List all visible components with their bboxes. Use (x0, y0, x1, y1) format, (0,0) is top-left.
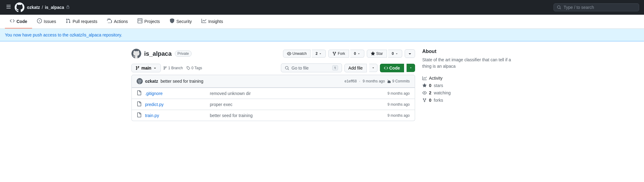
forks-icon (422, 98, 427, 102)
tab-projects[interactable]: Projects (133, 15, 165, 28)
star-count: 0 (392, 51, 394, 56)
more-options-icon (407, 51, 412, 56)
add-file-button[interactable]: Add file (344, 64, 367, 72)
actions-icon (107, 18, 112, 24)
code-clone-chevron-icon (409, 66, 412, 69)
fork-count: 0 (354, 51, 356, 56)
add-file-caret-button[interactable] (369, 64, 377, 72)
search-box[interactable]: Type / to search (554, 3, 639, 11)
tab-projects-label: Projects (144, 19, 160, 24)
code-clone-button[interactable]: Code (380, 64, 404, 72)
more-options-button[interactable] (405, 49, 415, 58)
fork-count-button[interactable]: 0 (350, 50, 364, 58)
branch-count-link[interactable]: 1 Branch (163, 66, 183, 70)
file-browser-section: is_alpaca Private Unwatch 2 Fork (131, 49, 415, 121)
tab-pull-requests[interactable]: Pull requests (61, 15, 102, 28)
file-commit-message: proper exec (210, 102, 384, 107)
table-row: predict.py proper exec 9 months ago (132, 99, 415, 110)
breadcrumb-separator: / (42, 5, 43, 10)
file-commit-message: better seed for training (210, 113, 384, 118)
stars-count: 0 (429, 83, 432, 88)
activity-icon (422, 76, 427, 80)
repo-sidebar: About State of the art image classifier … (422, 49, 513, 121)
tab-issues[interactable]: Issues (32, 15, 61, 28)
code-clone-caret-button[interactable] (407, 64, 415, 72)
sidebar-stats: Activity 0 stars 2 watching 0 forks (422, 74, 513, 104)
activity-link[interactable]: Activity (422, 74, 513, 82)
stars-icon (422, 83, 427, 88)
eye-icon (287, 51, 291, 56)
forks-label: forks (434, 98, 443, 103)
branch-selector[interactable]: main (131, 64, 161, 72)
pull-requests-icon (66, 18, 71, 24)
file-time: 9 months ago (388, 102, 410, 107)
repo-title-area: is_alpaca Private (131, 49, 192, 59)
commit-right-info: e1eff68 · 9 months ago 9 Commits (344, 79, 410, 83)
watching-count: 2 (429, 90, 432, 95)
file-icon (137, 112, 142, 118)
commit-time: · (359, 79, 360, 83)
fork-label: Fork (338, 51, 345, 56)
fork-button[interactable]: Fork (328, 50, 349, 58)
fork-chevron-icon (357, 52, 360, 55)
goto-file-button[interactable]: Go to file t (281, 63, 342, 72)
watching-link[interactable]: 2 watching (422, 89, 513, 97)
search-placeholder: Type / to search (564, 5, 594, 10)
file-commit-message: removed unknown dir (210, 91, 384, 96)
chevron-down-icon (319, 52, 322, 55)
unwatch-button[interactable]: Unwatch (283, 50, 311, 58)
breadcrumb-user-link[interactable]: ozkatz (27, 5, 40, 10)
commits-history-link[interactable]: 9 Commits (387, 79, 410, 83)
security-icon (170, 18, 175, 24)
tag-icon (186, 66, 190, 70)
tags-count: 0 Tags (191, 66, 202, 70)
repo-visibility-badge: Private (175, 51, 192, 57)
projects-icon (138, 18, 142, 24)
hamburger-menu-button[interactable] (5, 3, 12, 12)
repo-name: is_alpaca (144, 50, 172, 57)
tab-pull-requests-label: Pull requests (72, 19, 97, 24)
watch-count-button[interactable]: 2 (312, 50, 326, 58)
tab-security-label: Security (176, 19, 192, 24)
star-button[interactable]: Star (367, 50, 387, 58)
tab-insights[interactable]: Insights (197, 15, 228, 28)
latest-commit-row: ozkatz better seed for training e1eff68 … (131, 75, 415, 88)
repo-action-buttons: Unwatch 2 Fork 0 Star (283, 49, 415, 58)
commit-hash: e1eff68 (344, 79, 357, 83)
file-name-link[interactable]: train.py (145, 113, 206, 118)
tab-actions[interactable]: Actions (102, 15, 133, 28)
star-count-button[interactable]: 0 (388, 50, 402, 58)
push-access-message: You now have push access to the ozkatz/i… (5, 32, 122, 37)
watching-label: watching (434, 90, 451, 95)
breadcrumb-repo-link[interactable]: is_alpaca (45, 5, 64, 10)
tab-code[interactable]: Code (5, 15, 32, 28)
commit-message[interactable]: better seed for training (160, 79, 342, 84)
repo-header: is_alpaca Private Unwatch 2 Fork (131, 49, 415, 59)
file-toolbar: main 1 Branch 0 Tags Go to file t (131, 63, 415, 72)
activity-label: Activity (429, 76, 443, 81)
star-label: Star (376, 51, 383, 56)
file-name-link[interactable]: predict.py (145, 102, 206, 107)
tab-issues-label: Issues (44, 19, 56, 24)
issues-icon (37, 18, 42, 24)
lock-icon (66, 5, 70, 10)
table-row: .gitignore removed unknown dir 9 months … (132, 88, 415, 99)
forks-link[interactable]: 0 forks (422, 97, 513, 104)
push-access-banner: You now have push access to the ozkatz/i… (0, 29, 644, 41)
history-icon (387, 79, 391, 83)
tab-insights-label: Insights (208, 19, 223, 24)
commit-author-name[interactable]: ozkatz (145, 79, 158, 84)
file-name-link[interactable]: .gitignore (145, 91, 206, 96)
avatar (131, 49, 141, 59)
breadcrumb: ozkatz / is_alpaca (27, 5, 70, 10)
fork-icon (332, 51, 337, 56)
commit-hash-link[interactable]: e1eff68 (344, 79, 357, 83)
star-chevron-icon (395, 52, 398, 55)
stars-link[interactable]: 0 stars (422, 82, 513, 89)
tab-security[interactable]: Security (165, 15, 197, 28)
about-description: State of the art image classifier that c… (422, 57, 513, 70)
file-time: 9 months ago (388, 113, 410, 118)
tags-count-link[interactable]: 0 Tags (186, 66, 202, 70)
repo-main-content: is_alpaca Private Unwatch 2 Fork (127, 41, 518, 128)
file-table: .gitignore removed unknown dir 9 months … (131, 88, 415, 121)
